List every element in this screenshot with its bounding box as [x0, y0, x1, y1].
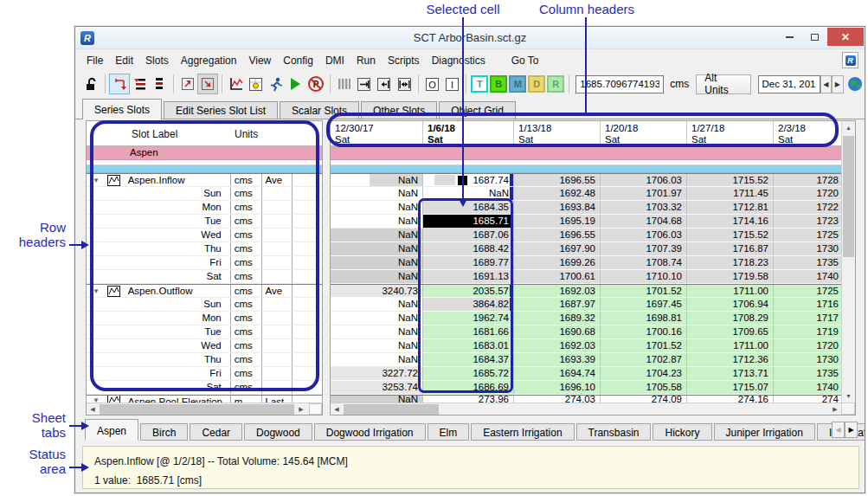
- cell[interactable]: 1703.32: [601, 201, 687, 215]
- cell[interactable]: 1723: [774, 215, 843, 229]
- detach-view-button[interactable]: [177, 74, 197, 94]
- scroll-left-icon[interactable]: ◀: [331, 403, 343, 415]
- cell[interactable]: 1693.39: [514, 353, 601, 367]
- tab-object-grid[interactable]: Object Grid: [439, 101, 516, 119]
- show-columns-button[interactable]: [334, 74, 354, 94]
- cell[interactable]: NaN: [331, 187, 423, 201]
- cell[interactable]: 1704.68: [601, 215, 687, 229]
- cell[interactable]: 1712.36: [687, 353, 774, 367]
- cell[interactable]: 1720: [774, 339, 843, 353]
- cell[interactable]: 1711.00: [687, 339, 774, 353]
- goto-date-button[interactable]: [846, 74, 865, 93]
- cell[interactable]: 3253.74: [331, 381, 423, 395]
- cell[interactable]: 1690.68: [514, 325, 601, 339]
- vertical-scroll-thumb[interactable]: [843, 136, 854, 257]
- column-header-1-6-18[interactable]: 1/6/18Sat: [423, 121, 514, 145]
- menu-go-to[interactable]: Go To: [505, 52, 545, 69]
- cell[interactable]: NaN: [331, 353, 423, 367]
- day-row-header[interactable]: Suncms: [87, 298, 322, 312]
- day-row-header[interactable]: Satcms: [87, 381, 322, 395]
- tab-other-slots[interactable]: Other Slots: [361, 101, 437, 119]
- cell[interactable]: 1706.03: [601, 229, 687, 242]
- cell[interactable]: NaN: [331, 201, 423, 215]
- minimize-button[interactable]: [777, 28, 802, 46]
- cell[interactable]: 1687.74: [423, 174, 514, 187]
- cell[interactable]: 1707.39: [601, 242, 687, 256]
- vertical-scrollbar[interactable]: ▲ ▼: [841, 121, 855, 403]
- cell[interactable]: 1719.58: [687, 270, 774, 284]
- cell[interactable]: 1740: [774, 381, 843, 395]
- cell[interactable]: 1710.10: [601, 270, 687, 284]
- aggregate-rows-button[interactable]: [130, 74, 150, 94]
- cell[interactable]: 1718.23: [687, 256, 774, 270]
- cell[interactable]: 1693.84: [514, 201, 601, 215]
- cell[interactable]: NaN: [331, 325, 423, 339]
- cell[interactable]: 1684.35: [423, 201, 514, 215]
- cell[interactable]: 1687.06: [423, 229, 514, 242]
- menu-dmi[interactable]: DMI: [319, 52, 350, 69]
- sheet-tabs-right-icon[interactable]: ▶: [845, 422, 858, 438]
- cell[interactable]: 1704.23: [601, 367, 687, 381]
- title-bar[interactable]: R SCT ArborBasin.sct.gz ✕: [75, 27, 865, 49]
- cell[interactable]: 3864.82: [423, 298, 514, 312]
- cell[interactable]: 1711.00: [687, 285, 774, 298]
- cell[interactable]: 1697.45: [601, 298, 687, 312]
- expander-icon[interactable]: ▼: [87, 174, 106, 186]
- slot-list-button[interactable]: [150, 74, 170, 94]
- menu-diagnostics[interactable]: Diagnostics: [426, 52, 492, 69]
- cell[interactable]: 1685.72: [423, 367, 514, 381]
- cell[interactable]: 1720: [774, 187, 843, 201]
- attach-view-button[interactable]: [197, 74, 217, 94]
- day-row-header[interactable]: Moncms: [87, 201, 322, 215]
- slot-row-header[interactable]: ▼Aspen.InflowcmsAve: [87, 173, 322, 187]
- cell[interactable]: 1712.81: [687, 201, 774, 215]
- cell[interactable]: 1708.74: [601, 256, 687, 270]
- right-horizontal-scrollbar[interactable]: ◀ ▶: [331, 403, 841, 415]
- cell[interactable]: 1740: [774, 270, 843, 284]
- close-button[interactable]: ✕: [827, 28, 864, 46]
- cell[interactable]: 1701.97: [601, 187, 687, 201]
- cell[interactable]: 1696.55: [514, 229, 601, 242]
- date-next-button[interactable]: ▶: [832, 75, 844, 93]
- sheet-tab-elm[interactable]: Elm: [428, 423, 470, 441]
- sheet-tab-dogwood[interactable]: Dogwood: [244, 423, 312, 441]
- start-run-button[interactable]: [286, 74, 305, 94]
- cell[interactable]: 1716: [774, 298, 843, 312]
- cell[interactable]: 1719: [774, 325, 843, 339]
- day-row-header[interactable]: Tuecms: [87, 325, 322, 339]
- day-row-header[interactable]: Wedcms: [87, 229, 322, 242]
- menu-edit[interactable]: Edit: [109, 52, 139, 69]
- cell[interactable]: 1685.71: [423, 215, 514, 229]
- cell[interactable]: 1692.03: [514, 339, 601, 353]
- group-row-header[interactable]: Aspen: [87, 146, 322, 160]
- sheet-tab-transbasin[interactable]: Transbasin: [576, 423, 652, 441]
- menu-slots[interactable]: Slots: [139, 52, 175, 69]
- cell[interactable]: 1699.26: [514, 256, 601, 270]
- cell[interactable]: 3240.73: [331, 285, 423, 298]
- flag-button-t[interactable]: T: [471, 75, 488, 93]
- column-header-12-30-17[interactable]: 12/30/17Sat: [331, 121, 423, 145]
- sheet-tab-aspen[interactable]: Aspen: [85, 419, 138, 441]
- cell[interactable]: 1694.74: [514, 367, 601, 381]
- cell[interactable]: NaN: [423, 187, 514, 201]
- sheet-tabs-left-icon[interactable]: ◀: [832, 422, 845, 438]
- column-header-1-20-18[interactable]: 1/20/18Sat: [601, 121, 687, 145]
- sheet-tab-cedar[interactable]: Cedar: [190, 423, 242, 441]
- run-control-button[interactable]: [266, 74, 286, 94]
- cell[interactable]: 1692.48: [514, 187, 601, 201]
- cell[interactable]: NaN: [331, 339, 423, 353]
- cell[interactable]: NaN: [331, 174, 423, 187]
- cell[interactable]: 1709.65: [687, 325, 774, 339]
- cell[interactable]: 1717: [774, 312, 843, 325]
- day-row-header[interactable]: Wedcms: [87, 339, 322, 353]
- cell[interactable]: NaN: [331, 215, 423, 229]
- column-header-2-3-18[interactable]: 2/3/18Sat: [774, 121, 843, 145]
- cell[interactable]: 1700.61: [514, 270, 601, 284]
- cell[interactable]: 1730: [774, 353, 843, 367]
- day-row-header[interactable]: Fricms: [87, 256, 322, 270]
- cell[interactable]: NaN: [331, 256, 423, 270]
- cell[interactable]: NaN: [331, 312, 423, 325]
- cell[interactable]: 1683.01: [423, 339, 514, 353]
- cell[interactable]: NaN: [331, 242, 423, 256]
- cell[interactable]: 1705.58: [601, 381, 687, 395]
